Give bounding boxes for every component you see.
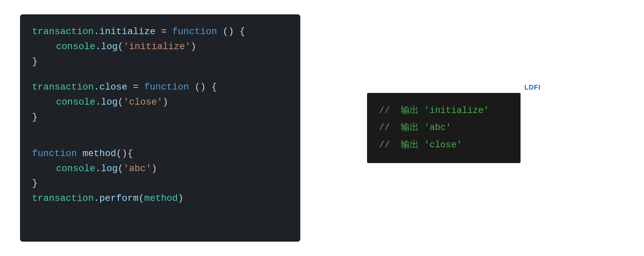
code-line: transaction.perform(method) — [32, 191, 288, 206]
code-line: transaction.initialize = function () { — [32, 24, 288, 39]
code-token: method — [82, 146, 116, 161]
code-spacer — [32, 69, 288, 80]
code-block: transaction.initialize = function () {co… — [20, 14, 300, 242]
code-token: transaction — [32, 80, 94, 95]
code-token: ) — [191, 39, 196, 54]
output-comment: // 输出 — [379, 119, 424, 136]
code-token: . — [95, 161, 101, 176]
code-token: . — [95, 95, 101, 110]
main-container: transaction.initialize = function () {co… — [0, 0, 644, 256]
code-token — [77, 146, 82, 161]
code-token: = — [155, 24, 172, 39]
code-token: console — [56, 39, 95, 54]
code-spacer — [32, 136, 288, 146]
code-token: (){ — [116, 146, 133, 161]
code-token: } — [32, 54, 38, 70]
output-wrapper: LDFI // 输出 'initialize'// 输出 'abc'// 输出 … — [367, 93, 521, 163]
code-token: console — [56, 161, 95, 176]
code-token: ) — [151, 161, 157, 176]
code-token: 'abc' — [123, 161, 151, 176]
code-token: initialize — [99, 24, 155, 39]
code-token: . — [94, 80, 99, 95]
code-line: console.log('initialize') — [32, 39, 288, 54]
output-comment: // 输出 — [379, 102, 424, 119]
output-value: 'abc' — [424, 119, 451, 136]
output-line: // 输出 'close' — [379, 137, 509, 154]
output-block: // 输出 'initialize'// 输出 'abc'// 输出 'clos… — [367, 93, 521, 163]
code-token: () { — [217, 24, 245, 39]
code-token: ) — [163, 95, 168, 110]
code-token: transaction — [32, 24, 94, 39]
code-token: ( — [118, 161, 123, 176]
code-token: perform — [99, 191, 139, 206]
output-value: 'initialize' — [424, 102, 489, 119]
code-token: close — [99, 80, 127, 95]
code-token: method — [144, 191, 178, 206]
code-spacer — [32, 125, 288, 136]
code-token: . — [94, 24, 99, 39]
code-token: ) — [178, 191, 184, 206]
code-line: } — [32, 176, 288, 191]
code-token: 'close' — [123, 95, 163, 110]
code-token: log — [101, 161, 117, 176]
code-token: () { — [189, 80, 217, 95]
code-token: 'initialize' — [123, 39, 191, 54]
code-token: ( — [138, 191, 144, 206]
code-line: console.log('close') — [32, 95, 288, 110]
code-token: . — [95, 39, 101, 54]
output-value: 'close' — [424, 137, 462, 154]
code-token: function — [32, 146, 77, 161]
code-line: transaction.close = function () { — [32, 80, 288, 95]
code-line: function method(){ — [32, 146, 288, 161]
code-line: console.log('abc') — [32, 161, 288, 176]
code-token: console — [56, 95, 95, 110]
code-token: . — [94, 191, 99, 206]
code-token: ( — [118, 39, 123, 54]
code-token: } — [32, 176, 38, 191]
code-token: function — [144, 80, 189, 95]
code-line: } — [32, 54, 288, 70]
output-line: // 输出 'initialize' — [379, 102, 509, 119]
output-comment: // 输出 — [379, 137, 424, 154]
code-token: transaction — [32, 191, 94, 206]
code-token: ( — [118, 95, 123, 110]
code-token: function — [172, 24, 217, 39]
code-line: } — [32, 110, 288, 125]
ldfi-label: LDFI — [525, 84, 541, 91]
code-token: } — [32, 110, 38, 125]
code-token: log — [101, 39, 117, 54]
output-line: // 输出 'abc' — [379, 119, 509, 136]
code-token: = — [127, 80, 144, 95]
code-token: log — [101, 95, 117, 110]
